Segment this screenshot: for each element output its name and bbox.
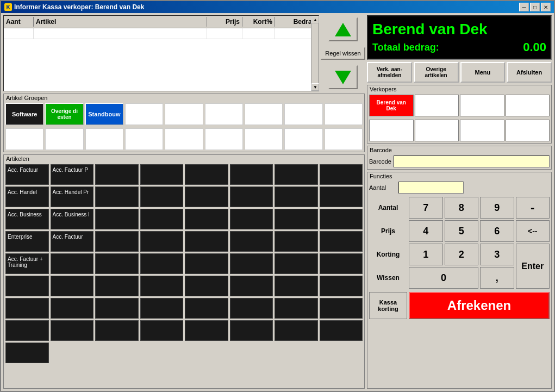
artikel-item-button[interactable] xyxy=(140,164,184,185)
artikel-item-button[interactable] xyxy=(140,186,184,207)
verkoper-0-button[interactable]: Berend van Dek xyxy=(369,95,414,116)
artikel-item-button[interactable] xyxy=(230,186,273,207)
group-empty-6-button[interactable] xyxy=(325,103,363,125)
artikel-item-button[interactable] xyxy=(230,320,273,341)
group-empty-3-button[interactable] xyxy=(205,103,243,125)
num-backspace-button[interactable]: <-- xyxy=(516,220,550,242)
verkoper-7-button[interactable] xyxy=(506,120,550,141)
artikel-item-button[interactable] xyxy=(95,298,139,319)
verk-aan-afmelden-button[interactable]: Verk. aan-afmelden xyxy=(367,62,412,83)
order-body[interactable] xyxy=(4,28,319,88)
artikel-item-button[interactable] xyxy=(320,298,363,319)
artikel-item-button[interactable]: Acc. Factuur + Training xyxy=(5,253,49,274)
artikel-item-button[interactable] xyxy=(140,298,184,319)
artikel-item-button[interactable]: Acc. Business I xyxy=(51,209,94,229)
artikel-item-button[interactable] xyxy=(320,276,363,296)
artikel-item-button[interactable] xyxy=(51,320,94,341)
regel-wissen-button[interactable]: Regel wissen xyxy=(321,47,365,60)
group-row2-4-button[interactable] xyxy=(125,128,163,150)
artikel-item-button[interactable] xyxy=(95,186,139,207)
num-0-button[interactable]: 0 xyxy=(409,267,478,289)
barcode-input[interactable] xyxy=(394,155,550,167)
afrekenen-button[interactable]: Afrekenen xyxy=(409,292,550,319)
artikel-item-button[interactable] xyxy=(140,276,184,296)
group-empty-1-button[interactable] xyxy=(125,103,163,125)
artikel-item-button[interactable] xyxy=(275,320,318,341)
artikel-item-button[interactable] xyxy=(140,231,184,252)
scroll-down-arrow-button[interactable] xyxy=(328,65,358,89)
artikel-item-button[interactable] xyxy=(230,209,273,229)
minimize-button[interactable]: ─ xyxy=(519,3,529,11)
artikel-item-button[interactable] xyxy=(185,186,228,207)
artikel-item-button[interactable] xyxy=(275,164,318,185)
artikel-item-button[interactable] xyxy=(95,253,139,274)
artikel-item-button[interactable] xyxy=(185,320,228,341)
artikel-item-button[interactable]: Acc. Factuur xyxy=(51,231,94,252)
artikel-item-button[interactable] xyxy=(51,298,94,319)
artikel-item-button[interactable] xyxy=(140,209,184,229)
artikel-item-button[interactable] xyxy=(140,320,184,341)
artikel-item-button[interactable] xyxy=(5,298,49,319)
group-row2-3-button[interactable] xyxy=(85,128,123,150)
scroll-up-arrow-button[interactable] xyxy=(328,17,358,41)
num-6-button[interactable]: 6 xyxy=(480,220,514,242)
group-row2-2-button[interactable] xyxy=(45,128,83,150)
artikel-item-button[interactable] xyxy=(5,343,49,363)
artikel-item-button[interactable]: Acc. Factuur P xyxy=(51,164,94,185)
artikel-item-button[interactable]: Acc. Handel Pr xyxy=(51,186,94,207)
artikel-item-button[interactable] xyxy=(320,320,363,341)
artikel-item-button[interactable] xyxy=(230,253,273,274)
close-button[interactable]: ✕ xyxy=(541,3,551,11)
group-empty-4-button[interactable] xyxy=(245,103,283,125)
scroll-down-button[interactable]: ▼ xyxy=(311,83,319,91)
artikel-item-button[interactable] xyxy=(320,209,363,229)
artikel-item-button[interactable] xyxy=(185,231,228,252)
verkoper-1-button[interactable] xyxy=(415,95,459,116)
group-software-button[interactable]: Software xyxy=(5,103,43,125)
artikel-item-button[interactable] xyxy=(95,231,139,252)
artikel-item-button[interactable] xyxy=(230,231,273,252)
artikel-item-button[interactable] xyxy=(185,298,228,319)
group-overige-diensten-button[interactable]: Overige di esten xyxy=(45,103,83,125)
num-9-button[interactable]: 9 xyxy=(480,197,514,219)
num-enter-button[interactable]: Enter xyxy=(516,244,550,289)
artikel-item-button[interactable] xyxy=(95,320,139,341)
aantal-input[interactable] xyxy=(398,182,464,194)
artikel-item-button[interactable] xyxy=(320,253,363,274)
artikel-item-button[interactable] xyxy=(95,164,139,185)
artikel-item-button[interactable] xyxy=(275,231,318,252)
verkoper-2-button[interactable] xyxy=(460,95,504,116)
artikel-item-button[interactable] xyxy=(95,209,139,229)
artikel-item-button[interactable] xyxy=(275,276,318,296)
menu-button[interactable]: Menu xyxy=(460,62,506,83)
artikel-item-button[interactable] xyxy=(230,276,273,296)
artikel-item-button[interactable] xyxy=(275,186,318,207)
afsluiten-button[interactable]: Afsluiten xyxy=(507,62,552,83)
overige-artikelen-button[interactable]: Overige artikelen xyxy=(414,62,459,83)
num-comma-button[interactable]: , xyxy=(480,267,514,289)
artikel-item-button[interactable]: Acc. Handel xyxy=(5,186,49,207)
verkoper-5-button[interactable] xyxy=(415,120,459,141)
artikel-item-button[interactable] xyxy=(185,209,228,229)
verkoper-6-button[interactable] xyxy=(460,120,504,141)
num-1-button[interactable]: 1 xyxy=(409,244,443,265)
artikel-item-button[interactable] xyxy=(275,209,318,229)
num-7-button[interactable]: 7 xyxy=(409,197,443,219)
verkoper-3-button[interactable] xyxy=(506,95,550,116)
artikel-item-button[interactable] xyxy=(320,231,363,252)
num-3-button[interactable]: 3 xyxy=(480,244,514,265)
group-empty-2-button[interactable] xyxy=(165,103,203,125)
num-minus-button[interactable]: - xyxy=(516,197,550,219)
num-4-button[interactable]: 4 xyxy=(409,220,443,242)
verkoper-4-button[interactable] xyxy=(369,120,414,141)
artikel-item-button[interactable]: Acc. Business xyxy=(5,209,49,229)
scroll-up-button[interactable]: ▲ xyxy=(311,16,319,23)
artikel-item-button[interactable] xyxy=(230,164,273,185)
num-8-button[interactable]: 8 xyxy=(445,197,479,219)
artikel-item-button[interactable] xyxy=(51,276,94,296)
group-row2-1-button[interactable] xyxy=(5,128,43,150)
artikel-item-button[interactable] xyxy=(5,276,49,296)
maximize-button[interactable]: □ xyxy=(530,3,540,11)
artikel-item-button[interactable] xyxy=(230,298,273,319)
artikel-item-button[interactable] xyxy=(185,276,228,296)
